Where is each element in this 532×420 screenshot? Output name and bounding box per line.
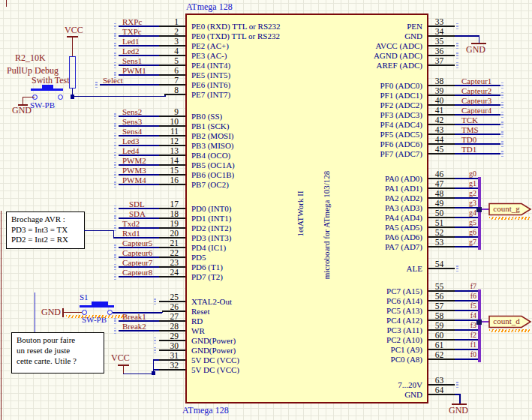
net-label-RXPc[interactable]: RXPc [122, 18, 142, 26]
net-label-Led3[interactable]: Led3 [122, 137, 140, 146]
switch-top-terminal-right[interactable] [58, 94, 63, 100]
switch-top-actuator[interactable] [42, 85, 53, 89]
net-label-SDL[interactable]: SDL [129, 200, 145, 208]
note-box-brochage[interactable]: Brochage AVR : PD3 = Int3 = TX PD2 = Int… [6, 212, 85, 249]
net-f0-wire[interactable] [455, 358, 478, 360]
bus-g[interactable] [478, 177, 481, 250]
net-label-Led1[interactable]: Led1 [122, 38, 140, 46]
net-label-f1[interactable]: f1 [456, 341, 476, 349]
pin64-wire-v[interactable] [459, 394, 461, 404]
net-label-SDA[interactable]: SDA [129, 210, 146, 218]
net-label-Capteur3[interactable]: Capteur3 [461, 97, 491, 105]
net-label-Capteur8[interactable]: Capteur8 [122, 268, 152, 277]
s1-actuator[interactable] [92, 302, 108, 306]
net-label-TXPc[interactable]: TXPc [122, 28, 142, 36]
net-label-g4[interactable]: g4 [456, 209, 476, 217]
note-box-bouton[interactable]: Bouton pour faire un reset de juste cett… [11, 332, 104, 374]
net-label-f2[interactable]: f2 [456, 332, 476, 339]
gnd-mid-left-wire[interactable] [64, 312, 82, 314]
net-label-g5[interactable]: g5 [456, 219, 476, 226]
port-count-g-label[interactable]: count_g [491, 205, 522, 213]
net-label-g7[interactable]: g7 [456, 238, 476, 246]
pin-23-number: 23 [159, 258, 179, 267]
pin8-wire[interactable] [72, 96, 165, 98]
pin64-stub[interactable] [428, 394, 455, 395]
chip-title-bottom[interactable]: ATmega 128 [182, 405, 229, 416]
net-label-f6[interactable]: f6 [456, 292, 476, 300]
chip-title-top[interactable]: ATmega 128 [186, 2, 233, 13]
s1-terminal-left[interactable] [82, 310, 87, 315]
erc-marker [114, 274, 116, 280]
vcc-bottom-label[interactable]: VCC [111, 354, 130, 362]
s1-designator[interactable]: S1 [80, 292, 89, 302]
net-label-TD0[interactable]: TD0 [461, 136, 476, 144]
net-label-f5[interactable]: f5 [456, 302, 476, 310]
port-count-d-label[interactable]: count_d [491, 317, 522, 326]
pin-24-number: 24 [159, 268, 179, 277]
net-label-Sens2[interactable]: Sens2 [122, 108, 142, 116]
net-label-PWM2[interactable]: PWM2 [122, 157, 146, 165]
net-label-g1[interactable]: g1 [456, 180, 476, 188]
net-label-Sens4[interactable]: Sens4 [122, 128, 142, 136]
net-label-Capteur1[interactable]: Capteur1 [461, 77, 491, 86]
gnd-mid-left-label[interactable]: GND [41, 308, 61, 316]
net-label-PWM4[interactable]: PWM4 [122, 176, 146, 184]
chip-pin-20-name: PD3 (INT3) [191, 233, 231, 242]
net-label-Led2[interactable]: Led2 [122, 47, 140, 56]
resistor-designator[interactable]: R2_10K [15, 54, 46, 62]
pin34-wire-v[interactable] [479, 36, 480, 43]
net-label-TCK[interactable]: TCK [461, 116, 478, 124]
gnd-top-left-lead[interactable] [23, 97, 24, 104]
net-label-g2[interactable]: g2 [456, 190, 476, 197]
net-label-Txd2[interactable]: Txd2 [122, 220, 140, 228]
s1-terminal-right[interactable] [107, 310, 113, 315]
erc-marker [114, 33, 116, 39]
vcc-top-label[interactable]: VCC [65, 26, 83, 34]
net-label-Sens1[interactable]: Sens1 [122, 57, 142, 65]
switch-top-type-label[interactable]: SW-PB [30, 100, 55, 110]
net-label-g3[interactable]: g3 [456, 200, 476, 207]
net-label-PWM1[interactable]: PWM1 [122, 67, 146, 75]
net-label-Capteur7[interactable]: Capteur7 [122, 259, 152, 267]
erc-marker [114, 113, 116, 119]
net-label-Sens3[interactable]: Sens3 [122, 118, 142, 126]
net-label-Select[interactable]: Select [103, 76, 123, 85]
net-label-Rxd1[interactable]: Rxd1 [122, 230, 140, 238]
gnd-right-top-label[interactable]: GND [466, 46, 485, 54]
net-label-Break2[interactable]: Break2 [122, 322, 146, 331]
net-label-TMS[interactable]: TMS [461, 126, 479, 134]
erc-marker [114, 254, 116, 260]
gnd-right-bottom-label[interactable]: GND [449, 406, 468, 415]
net-label-Capteur5[interactable]: Capteur5 [122, 239, 152, 248]
chip-pin-45-name: PF7 (ADC7) [300, 149, 422, 158]
gnd-top-left-wire[interactable] [23, 97, 35, 98]
net-label-Led4[interactable]: Led4 [122, 147, 140, 155]
erc-marker [501, 122, 503, 128]
rxd1-leader-h[interactable] [84, 230, 114, 232]
bus-f[interactable] [478, 290, 481, 362]
vcc-bottom-wire-h[interactable] [123, 374, 154, 375]
net-label-Capteur2[interactable]: Capteur2 [461, 87, 491, 95]
resistor-comment[interactable]: PullUp Debug [7, 67, 59, 75]
pin32-stub[interactable] [159, 369, 185, 370]
net-label-f7[interactable]: f7 [456, 283, 476, 290]
pin34-wire[interactable] [455, 35, 479, 37]
net-label-f4[interactable]: f4 [456, 312, 476, 320]
note2-line2: un reset de juste [17, 346, 99, 356]
pin-57-number: 57 [431, 302, 448, 310]
net-g7-wire[interactable] [455, 246, 478, 248]
net-label-PWM3[interactable]: PWM3 [122, 166, 146, 175]
net-label-g6[interactable]: g6 [456, 229, 476, 236]
note2-leader[interactable] [35, 292, 36, 332]
net-label-TD1[interactable]: TD1 [461, 146, 476, 154]
net-label-f0[interactable]: f0 [456, 351, 476, 358]
pin8-stub[interactable] [164, 94, 185, 95]
net-label-g0[interactable]: g0 [456, 170, 476, 178]
net-label-f3[interactable]: f3 [456, 322, 476, 329]
vcc-top-lead[interactable] [72, 38, 74, 56]
net-label-Capteur4[interactable]: Capteur4 [461, 106, 491, 115]
net-label-Break1[interactable]: Break1 [122, 313, 146, 321]
net-label-Capteur6[interactable]: Capteur6 [122, 249, 152, 257]
gnd-top-left-label[interactable]: GND [12, 106, 32, 115]
switch-top-comment[interactable]: Swith Test [32, 76, 70, 85]
